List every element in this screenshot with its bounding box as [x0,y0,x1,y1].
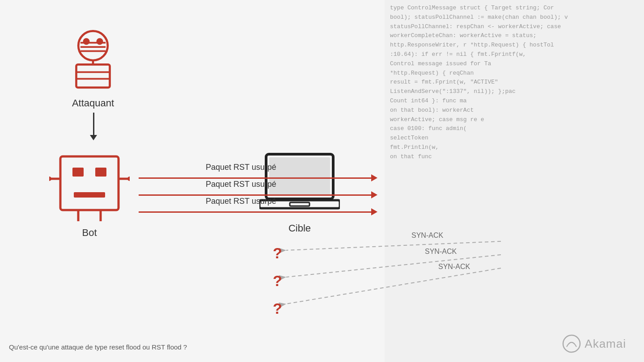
svg-point-5 [97,38,103,45]
svg-rect-10 [60,156,119,210]
svg-text:SYN-ACK: SYN-ACK [411,232,443,239]
svg-point-34 [563,335,580,352]
akamai-symbol [562,334,581,353]
svg-text:SYN-ACK: SYN-ACK [438,263,470,270]
rst-label-3: Paquet RST usurpé [206,197,276,206]
svg-text:?: ? [273,244,282,261]
syn-ack-arrows: SYN-ACK SYN-ACK SYN-ACK ? ? ? [197,228,537,331]
svg-rect-16 [95,168,106,177]
caption-text: Qu'est-ce qu'une attaque de type reset f… [9,343,187,351]
svg-point-4 [83,38,90,45]
akamai-text: Akamai [585,337,626,351]
attacker-label: Attaquant [72,97,114,109]
rst-line-2 [139,194,371,196]
svg-text:?: ? [273,272,282,289]
svg-point-12 [49,177,51,181]
svg-point-14 [127,177,130,181]
svg-point-0 [78,31,108,60]
caption: Qu'est-ce qu'une attaque de type reset f… [9,343,187,351]
rst-arrows-container: Paquet RST usurpé Paquet RST usurpé Paqu… [139,174,377,215]
svg-rect-17 [74,192,105,198]
svg-rect-15 [72,168,84,177]
rst-label-1: Paquet RST usurpé [206,163,276,172]
svg-rect-6 [76,64,110,88]
bot-label: Bot [82,227,97,239]
bot-icon [49,152,130,223]
rst-label-2: Paquet RST usurpé [206,180,276,189]
attacker-to-bot-arrow [90,113,97,140]
akamai-logo: Akamai [562,334,626,353]
rst-row-3: Paquet RST usurpé [139,208,377,215]
rst-arrowhead-2 [371,191,377,198]
svg-text:SYN-ACK: SYN-ACK [425,248,457,255]
attacker-group: Attaquant [66,27,120,109]
main-content: type ControlMessage struct { Target stri… [0,0,644,362]
svg-line-25 [286,241,501,250]
attacker-icon [66,27,120,94]
rst-arrowhead-3 [371,208,377,215]
rst-line-3 [139,211,371,213]
rst-line-1 [139,177,371,179]
svg-text:?: ? [273,300,282,317]
bot-group: Bot [49,152,130,239]
rst-arrowhead-1 [371,174,377,181]
